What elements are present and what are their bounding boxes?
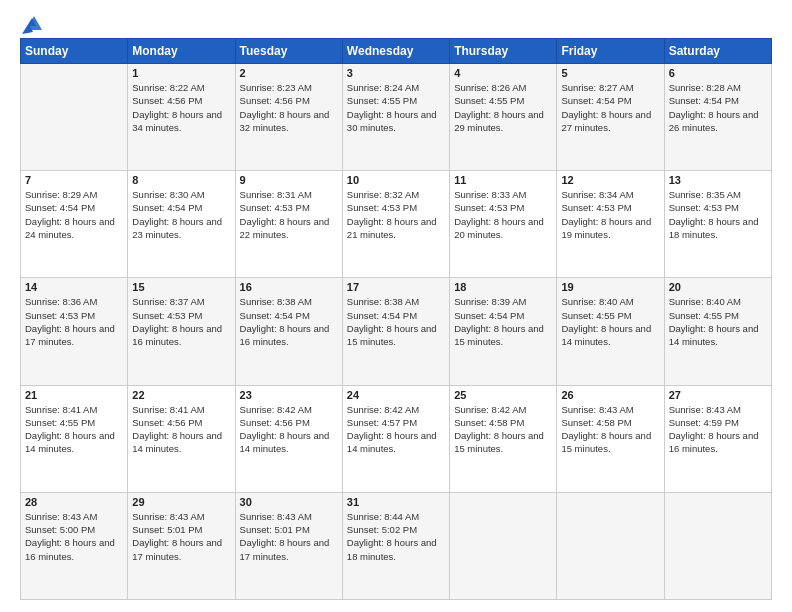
day-info: Sunrise: 8:40 AMSunset: 4:55 PMDaylight:… (561, 295, 659, 348)
day-info: Sunrise: 8:41 AMSunset: 4:55 PMDaylight:… (25, 403, 123, 456)
day-number: 10 (347, 174, 445, 186)
day-number: 2 (240, 67, 338, 79)
calendar-cell: 25Sunrise: 8:42 AMSunset: 4:58 PMDayligh… (450, 385, 557, 492)
day-number: 7 (25, 174, 123, 186)
day-info: Sunrise: 8:43 AMSunset: 4:59 PMDaylight:… (669, 403, 767, 456)
calendar-cell (557, 492, 664, 599)
page: SundayMondayTuesdayWednesdayThursdayFrid… (0, 0, 792, 612)
weekday-header-monday: Monday (128, 39, 235, 64)
calendar-cell: 1Sunrise: 8:22 AMSunset: 4:56 PMDaylight… (128, 64, 235, 171)
day-number: 11 (454, 174, 552, 186)
day-info: Sunrise: 8:27 AMSunset: 4:54 PMDaylight:… (561, 81, 659, 134)
calendar-cell: 30Sunrise: 8:43 AMSunset: 5:01 PMDayligh… (235, 492, 342, 599)
calendar-week-row: 14Sunrise: 8:36 AMSunset: 4:53 PMDayligh… (21, 278, 772, 385)
calendar-week-row: 21Sunrise: 8:41 AMSunset: 4:55 PMDayligh… (21, 385, 772, 492)
calendar-cell (21, 64, 128, 171)
day-number: 21 (25, 389, 123, 401)
calendar-cell: 7Sunrise: 8:29 AMSunset: 4:54 PMDaylight… (21, 171, 128, 278)
day-info: Sunrise: 8:34 AMSunset: 4:53 PMDaylight:… (561, 188, 659, 241)
calendar-cell: 27Sunrise: 8:43 AMSunset: 4:59 PMDayligh… (664, 385, 771, 492)
calendar-cell: 23Sunrise: 8:42 AMSunset: 4:56 PMDayligh… (235, 385, 342, 492)
day-number: 28 (25, 496, 123, 508)
day-info: Sunrise: 8:42 AMSunset: 4:58 PMDaylight:… (454, 403, 552, 456)
day-number: 17 (347, 281, 445, 293)
day-info: Sunrise: 8:44 AMSunset: 5:02 PMDaylight:… (347, 510, 445, 563)
day-number: 25 (454, 389, 552, 401)
day-info: Sunrise: 8:29 AMSunset: 4:54 PMDaylight:… (25, 188, 123, 241)
calendar-cell: 5Sunrise: 8:27 AMSunset: 4:54 PMDaylight… (557, 64, 664, 171)
calendar-cell: 16Sunrise: 8:38 AMSunset: 4:54 PMDayligh… (235, 278, 342, 385)
day-number: 19 (561, 281, 659, 293)
calendar-cell: 17Sunrise: 8:38 AMSunset: 4:54 PMDayligh… (342, 278, 449, 385)
calendar-cell: 14Sunrise: 8:36 AMSunset: 4:53 PMDayligh… (21, 278, 128, 385)
day-info: Sunrise: 8:38 AMSunset: 4:54 PMDaylight:… (240, 295, 338, 348)
day-info: Sunrise: 8:42 AMSunset: 4:56 PMDaylight:… (240, 403, 338, 456)
calendar-cell: 9Sunrise: 8:31 AMSunset: 4:53 PMDaylight… (235, 171, 342, 278)
weekday-header-thursday: Thursday (450, 39, 557, 64)
day-info: Sunrise: 8:31 AMSunset: 4:53 PMDaylight:… (240, 188, 338, 241)
day-number: 23 (240, 389, 338, 401)
day-number: 24 (347, 389, 445, 401)
day-info: Sunrise: 8:43 AMSunset: 5:01 PMDaylight:… (132, 510, 230, 563)
calendar-cell: 15Sunrise: 8:37 AMSunset: 4:53 PMDayligh… (128, 278, 235, 385)
calendar-week-row: 28Sunrise: 8:43 AMSunset: 5:00 PMDayligh… (21, 492, 772, 599)
day-info: Sunrise: 8:30 AMSunset: 4:54 PMDaylight:… (132, 188, 230, 241)
day-number: 29 (132, 496, 230, 508)
day-info: Sunrise: 8:26 AMSunset: 4:55 PMDaylight:… (454, 81, 552, 134)
day-number: 8 (132, 174, 230, 186)
day-info: Sunrise: 8:43 AMSunset: 5:00 PMDaylight:… (25, 510, 123, 563)
day-info: Sunrise: 8:41 AMSunset: 4:56 PMDaylight:… (132, 403, 230, 456)
calendar-cell: 2Sunrise: 8:23 AMSunset: 4:56 PMDaylight… (235, 64, 342, 171)
day-number: 4 (454, 67, 552, 79)
day-number: 1 (132, 67, 230, 79)
day-info: Sunrise: 8:22 AMSunset: 4:56 PMDaylight:… (132, 81, 230, 134)
day-info: Sunrise: 8:38 AMSunset: 4:54 PMDaylight:… (347, 295, 445, 348)
calendar-cell: 21Sunrise: 8:41 AMSunset: 4:55 PMDayligh… (21, 385, 128, 492)
calendar-cell: 31Sunrise: 8:44 AMSunset: 5:02 PMDayligh… (342, 492, 449, 599)
day-info: Sunrise: 8:23 AMSunset: 4:56 PMDaylight:… (240, 81, 338, 134)
day-info: Sunrise: 8:37 AMSunset: 4:53 PMDaylight:… (132, 295, 230, 348)
weekday-header-tuesday: Tuesday (235, 39, 342, 64)
day-info: Sunrise: 8:33 AMSunset: 4:53 PMDaylight:… (454, 188, 552, 241)
day-info: Sunrise: 8:24 AMSunset: 4:55 PMDaylight:… (347, 81, 445, 134)
calendar-cell: 26Sunrise: 8:43 AMSunset: 4:58 PMDayligh… (557, 385, 664, 492)
day-info: Sunrise: 8:28 AMSunset: 4:54 PMDaylight:… (669, 81, 767, 134)
calendar-table: SundayMondayTuesdayWednesdayThursdayFrid… (20, 38, 772, 600)
day-info: Sunrise: 8:32 AMSunset: 4:53 PMDaylight:… (347, 188, 445, 241)
calendar-cell: 11Sunrise: 8:33 AMSunset: 4:53 PMDayligh… (450, 171, 557, 278)
day-number: 18 (454, 281, 552, 293)
calendar-cell: 10Sunrise: 8:32 AMSunset: 4:53 PMDayligh… (342, 171, 449, 278)
calendar-cell: 19Sunrise: 8:40 AMSunset: 4:55 PMDayligh… (557, 278, 664, 385)
day-number: 13 (669, 174, 767, 186)
day-number: 3 (347, 67, 445, 79)
weekday-header-friday: Friday (557, 39, 664, 64)
calendar-cell (450, 492, 557, 599)
calendar-cell (664, 492, 771, 599)
day-number: 20 (669, 281, 767, 293)
day-number: 6 (669, 67, 767, 79)
header (20, 18, 772, 30)
day-info: Sunrise: 8:43 AMSunset: 4:58 PMDaylight:… (561, 403, 659, 456)
day-info: Sunrise: 8:40 AMSunset: 4:55 PMDaylight:… (669, 295, 767, 348)
logo-icon (22, 14, 44, 34)
calendar-cell: 24Sunrise: 8:42 AMSunset: 4:57 PMDayligh… (342, 385, 449, 492)
calendar-cell: 18Sunrise: 8:39 AMSunset: 4:54 PMDayligh… (450, 278, 557, 385)
weekday-header-row: SundayMondayTuesdayWednesdayThursdayFrid… (21, 39, 772, 64)
day-number: 14 (25, 281, 123, 293)
day-info: Sunrise: 8:42 AMSunset: 4:57 PMDaylight:… (347, 403, 445, 456)
day-info: Sunrise: 8:43 AMSunset: 5:01 PMDaylight:… (240, 510, 338, 563)
day-info: Sunrise: 8:39 AMSunset: 4:54 PMDaylight:… (454, 295, 552, 348)
day-number: 27 (669, 389, 767, 401)
day-number: 16 (240, 281, 338, 293)
calendar-cell: 20Sunrise: 8:40 AMSunset: 4:55 PMDayligh… (664, 278, 771, 385)
weekday-header-wednesday: Wednesday (342, 39, 449, 64)
calendar-week-row: 7Sunrise: 8:29 AMSunset: 4:54 PMDaylight… (21, 171, 772, 278)
day-number: 9 (240, 174, 338, 186)
calendar-cell: 12Sunrise: 8:34 AMSunset: 4:53 PMDayligh… (557, 171, 664, 278)
calendar-cell: 4Sunrise: 8:26 AMSunset: 4:55 PMDaylight… (450, 64, 557, 171)
day-info: Sunrise: 8:35 AMSunset: 4:53 PMDaylight:… (669, 188, 767, 241)
calendar-week-row: 1Sunrise: 8:22 AMSunset: 4:56 PMDaylight… (21, 64, 772, 171)
calendar-cell: 6Sunrise: 8:28 AMSunset: 4:54 PMDaylight… (664, 64, 771, 171)
weekday-header-sunday: Sunday (21, 39, 128, 64)
calendar-cell: 13Sunrise: 8:35 AMSunset: 4:53 PMDayligh… (664, 171, 771, 278)
